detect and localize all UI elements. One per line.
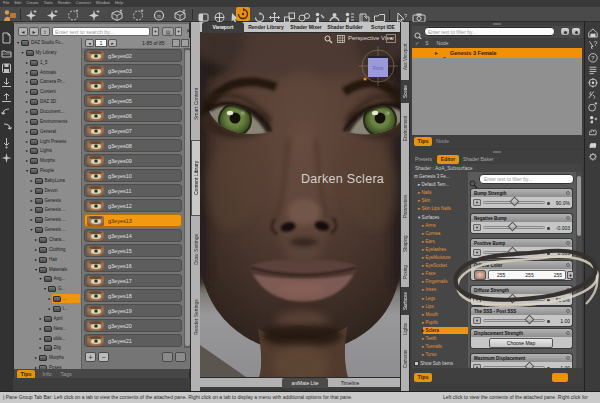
svg-text:?: ? xyxy=(591,55,595,61)
svg-text:?: ? xyxy=(404,13,407,19)
svg-text:n: n xyxy=(157,13,160,19)
svg-text:Front: Front xyxy=(373,66,384,71)
svg-text:?: ? xyxy=(594,41,598,48)
